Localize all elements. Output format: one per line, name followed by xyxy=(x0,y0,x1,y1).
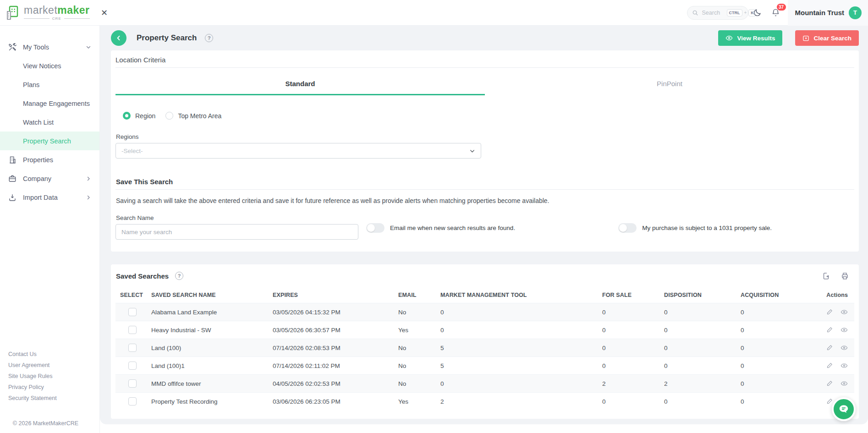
kbd-ctrl: CTRL xyxy=(727,9,742,16)
saved-searches-card: Saved Searches ? SELECT SAVED SEARCH NAM… xyxy=(111,264,859,419)
cell-expires: 07/14/2026 02:11:02 PM xyxy=(268,357,394,375)
radio-top-metro-area[interactable]: Top Metro Area xyxy=(165,112,221,120)
cell-saved-search-name: Property Test Recording xyxy=(147,393,268,411)
tab-standard[interactable]: Standard xyxy=(115,74,485,95)
building-icon xyxy=(8,156,17,164)
col-disposition: DISPOSITION xyxy=(659,287,736,303)
cell-email: No xyxy=(394,375,436,393)
view-icon[interactable] xyxy=(841,326,848,334)
search-input[interactable] xyxy=(702,10,723,16)
edit-icon[interactable] xyxy=(826,344,833,351)
table-row: MMD offifce tower 04/05/2026 02:02:53 PM… xyxy=(115,375,854,393)
sidebar-item-my-tools[interactable]: My Tools xyxy=(0,38,99,56)
print-icon[interactable] xyxy=(841,272,849,280)
cell-for-sale: 0 xyxy=(598,321,659,339)
row-checkbox[interactable] xyxy=(128,362,137,370)
sidebar-close-icon[interactable]: ✕ xyxy=(101,8,108,18)
sidebar-item-plans[interactable]: Plans xyxy=(0,75,99,94)
edit-icon[interactable] xyxy=(826,398,833,405)
footer-link-contact-us[interactable]: Contact Us xyxy=(8,349,99,360)
footer-link-privacy-policy[interactable]: Privacy Policy xyxy=(8,382,99,393)
row-checkbox[interactable] xyxy=(128,308,137,316)
sidebar-item-import-data[interactable]: Import Data xyxy=(0,188,99,207)
footer-link-security-statement[interactable]: Security Statement xyxy=(8,393,99,404)
view-results-button[interactable]: View Results xyxy=(718,30,782,46)
cell-email: Yes xyxy=(394,321,436,339)
col-expires: EXPIRES xyxy=(268,287,394,303)
regions-select[interactable]: -Select- xyxy=(115,143,481,159)
view-icon[interactable] xyxy=(841,362,848,369)
table-row: Heavy Industrial - SW 03/05/2026 06:30:5… xyxy=(115,321,854,339)
row-checkbox[interactable] xyxy=(128,379,137,388)
location-criteria-card: Location Criteria Standard PinPoint Regi… xyxy=(111,50,859,252)
briefcase-icon xyxy=(8,175,17,183)
cell-email: No xyxy=(394,303,436,321)
table-row: Land (100) 07/14/2026 02:08:53 PM No 5 0… xyxy=(115,339,854,357)
row-checkbox[interactable] xyxy=(128,397,137,406)
page-help-icon[interactable]: ? xyxy=(205,34,213,42)
chevron-down-icon xyxy=(469,148,475,154)
chevron-left-icon xyxy=(115,35,122,41)
export-icon[interactable] xyxy=(822,272,830,280)
cell-acquisition: 0 xyxy=(736,321,822,339)
import-icon xyxy=(8,193,17,202)
tab-pinpoint[interactable]: PinPoint xyxy=(485,74,854,95)
cell-expires: 03/06/2026 06:23:05 PM xyxy=(268,393,394,411)
search-name-label: Search Name xyxy=(116,214,358,221)
radio-region[interactable]: Region xyxy=(123,112,155,120)
footer-link-user-agreement[interactable]: User Agreement xyxy=(8,360,99,371)
cell-disposition: 0 xyxy=(659,357,736,375)
sidebar-item-view-notices[interactable]: View Notices xyxy=(0,56,99,75)
sidebar-item-watch-list[interactable]: Watch List xyxy=(0,113,99,132)
row-checkbox[interactable] xyxy=(128,344,137,352)
saved-searches-help-icon[interactable]: ? xyxy=(175,272,183,280)
email-alert-toggle[interactable] xyxy=(366,223,385,233)
clear-icon xyxy=(802,35,809,42)
sidebar-item-properties[interactable]: Properties xyxy=(0,150,99,169)
back-button[interactable] xyxy=(111,30,126,46)
cell-disposition: 0 xyxy=(659,321,736,339)
brand-logo-icon xyxy=(5,5,21,21)
view-icon[interactable] xyxy=(841,308,848,316)
radio-region-control[interactable] xyxy=(123,112,131,120)
edit-icon[interactable] xyxy=(826,380,833,387)
email-toggle-group: Email me when new search results are fou… xyxy=(366,223,515,233)
cell-saved-search-name: Heavy Industrial - SW xyxy=(147,321,268,339)
global-search[interactable]: CTRL + K xyxy=(687,6,748,20)
notifications-button[interactable]: 37 xyxy=(767,0,785,26)
view-icon[interactable] xyxy=(841,380,848,387)
sidebar-item-company[interactable]: Company xyxy=(0,169,99,188)
cell-acquisition: 0 xyxy=(736,393,822,411)
sidebar-item-manage-engagements[interactable]: Manage Engagements xyxy=(0,94,99,113)
row-checkbox[interactable] xyxy=(128,326,137,334)
cell-for-sale: 2 xyxy=(598,375,659,393)
edit-icon[interactable] xyxy=(826,362,833,369)
cell-email: No xyxy=(394,357,436,375)
moon-icon xyxy=(753,8,762,17)
tools-icon xyxy=(8,43,17,51)
saved-searches-title: Saved Searches xyxy=(116,272,169,280)
col-email: EMAIL xyxy=(394,287,436,303)
avatar: T xyxy=(849,6,862,19)
edit-icon[interactable] xyxy=(826,326,833,334)
clear-search-button[interactable]: Clear Search xyxy=(795,30,859,46)
chat-bubble-icon xyxy=(838,403,850,415)
regions-label: Regions xyxy=(116,133,854,140)
footer-link-site-usage-rules[interactable]: Site Usage Rules xyxy=(8,371,99,382)
cell-market-management-tool: 0 xyxy=(436,303,598,321)
brand-logo[interactable]: marketmaker CRE xyxy=(0,5,94,21)
view-icon[interactable] xyxy=(841,344,848,351)
dark-mode-toggle[interactable] xyxy=(748,0,767,26)
cell-saved-search-name: Land (100) xyxy=(147,339,268,357)
location-criteria-title: Location Criteria xyxy=(115,54,854,67)
table-header-row: SELECT SAVED SEARCH NAME EXPIRES EMAIL M… xyxy=(115,287,854,303)
p1031-toggle[interactable] xyxy=(618,223,637,233)
cell-saved-search-name: MMD offifce tower xyxy=(147,375,268,393)
chat-button[interactable] xyxy=(832,397,856,421)
radio-top-metro-control[interactable] xyxy=(165,112,173,120)
edit-icon[interactable] xyxy=(826,308,833,316)
sidebar-item-property-search[interactable]: Property Search xyxy=(0,132,99,150)
user-menu[interactable]: Mountain Trust T xyxy=(788,0,868,26)
search-name-input[interactable] xyxy=(115,224,358,240)
region-radio-group: Region Top Metro Area xyxy=(123,112,854,120)
